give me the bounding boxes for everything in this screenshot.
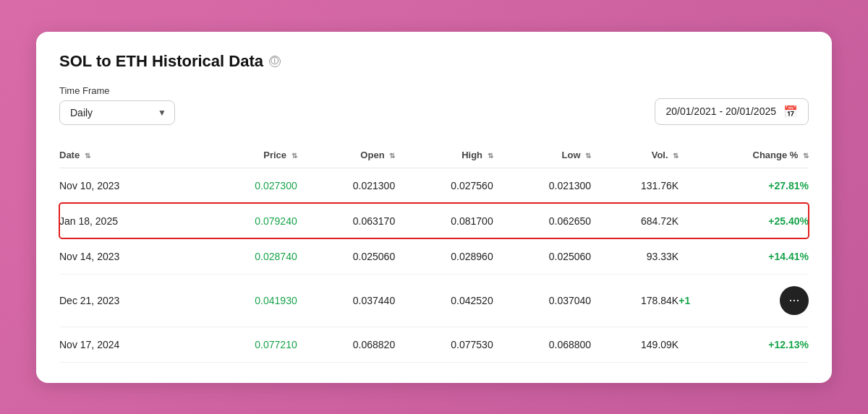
table-row: Nov 14, 20230.0287400.0250600.0289600.02… bbox=[59, 238, 809, 274]
cell-low: 0.062650 bbox=[493, 203, 591, 238]
cell-vol: 684.72K bbox=[591, 203, 678, 238]
cell-high: 0.028960 bbox=[395, 238, 493, 274]
historical-data-table: Date ⇅ Price ⇅ Open ⇅ High ⇅ Low ⇅ bbox=[59, 142, 809, 363]
select-wrapper: Daily Weekly Monthly ▼ bbox=[59, 100, 175, 125]
table-row: Nov 10, 20230.0273000.0213000.0275600.02… bbox=[59, 168, 809, 203]
cell-vol: 178.84K bbox=[591, 274, 678, 327]
cell-open: 0.037440 bbox=[297, 274, 395, 327]
sort-icon-date: ⇅ bbox=[85, 152, 90, 160]
cell-change: +27.81% bbox=[678, 168, 809, 203]
col-date[interactable]: Date ⇅ bbox=[59, 142, 199, 168]
cell-open: 0.021300 bbox=[297, 168, 395, 203]
card-title: SOL to ETH Historical Data ⓘ bbox=[59, 52, 809, 71]
cell-date: Nov 10, 2023 bbox=[59, 168, 199, 203]
cell-change: +1··· bbox=[678, 274, 809, 327]
cell-date: Nov 14, 2023 bbox=[59, 238, 199, 274]
cell-high: 0.042520 bbox=[395, 274, 493, 327]
cell-price: 0.079240 bbox=[199, 203, 297, 238]
time-frame-label: Time Frame bbox=[59, 85, 175, 96]
table-row: Nov 17, 20240.0772100.0688200.0775300.06… bbox=[59, 327, 809, 362]
cell-high: 0.081700 bbox=[395, 203, 493, 238]
cell-price: 0.077210 bbox=[199, 327, 297, 362]
cell-high: 0.077530 bbox=[395, 327, 493, 362]
sort-icon-low: ⇅ bbox=[585, 152, 591, 160]
col-change[interactable]: Change % ⇅ bbox=[678, 142, 809, 168]
table-row: Jan 18, 20250.0792400.0631700.0817000.06… bbox=[59, 203, 809, 238]
calendar-icon: 📅 bbox=[783, 105, 798, 118]
cell-low: 0.068800 bbox=[493, 327, 591, 362]
sort-icon-change: ⇅ bbox=[803, 152, 809, 160]
table-header-row: Date ⇅ Price ⇅ Open ⇅ High ⇅ Low ⇅ bbox=[59, 142, 809, 168]
more-options-button[interactable]: ··· bbox=[780, 286, 809, 315]
col-price[interactable]: Price ⇅ bbox=[199, 142, 297, 168]
cell-vol: 93.33K bbox=[591, 238, 678, 274]
cell-high: 0.027560 bbox=[395, 168, 493, 203]
title-text: SOL to ETH Historical Data bbox=[59, 52, 263, 71]
cell-date: Jan 18, 2025 bbox=[59, 203, 199, 238]
sort-icon-vol: ⇅ bbox=[673, 152, 678, 160]
cell-open: 0.025060 bbox=[297, 238, 395, 274]
cell-price: 0.027300 bbox=[199, 168, 297, 203]
date-range-button[interactable]: 20/01/2021 - 20/01/2025 📅 bbox=[655, 98, 809, 125]
cell-change: +12.13% bbox=[678, 327, 809, 362]
time-frame-select[interactable]: Daily Weekly Monthly bbox=[59, 100, 175, 125]
cell-price: 0.041930 bbox=[199, 274, 297, 327]
sort-icon-high: ⇅ bbox=[488, 152, 493, 160]
cell-open: 0.063170 bbox=[297, 203, 395, 238]
sort-icon-open: ⇅ bbox=[389, 152, 395, 160]
change-value: +1 bbox=[678, 295, 690, 306]
cell-open: 0.068820 bbox=[297, 327, 395, 362]
cell-change: +14.41% bbox=[678, 238, 809, 274]
controls-row: Time Frame Daily Weekly Monthly ▼ 20/01/… bbox=[59, 85, 809, 125]
cell-price: 0.028740 bbox=[199, 238, 297, 274]
sort-icon-price: ⇅ bbox=[292, 152, 297, 160]
table-row: Dec 21, 20230.0419300.0374400.0425200.03… bbox=[59, 274, 809, 327]
date-range-text: 20/01/2021 - 20/01/2025 bbox=[665, 105, 776, 117]
cell-low: 0.021300 bbox=[493, 168, 591, 203]
info-icon[interactable]: ⓘ bbox=[269, 56, 281, 67]
col-high[interactable]: High ⇅ bbox=[395, 142, 493, 168]
cell-low: 0.037040 bbox=[493, 274, 591, 327]
cell-low: 0.025060 bbox=[493, 238, 591, 274]
cell-vol: 149.09K bbox=[591, 327, 678, 362]
time-frame-group: Time Frame Daily Weekly Monthly ▼ bbox=[59, 85, 175, 125]
cell-change: +25.40% bbox=[678, 203, 809, 238]
cell-date: Dec 21, 2023 bbox=[59, 274, 199, 327]
col-open[interactable]: Open ⇅ bbox=[297, 142, 395, 168]
main-card: SOL to ETH Historical Data ⓘ Time Frame … bbox=[36, 32, 832, 383]
col-vol[interactable]: Vol. ⇅ bbox=[591, 142, 678, 168]
col-low[interactable]: Low ⇅ bbox=[493, 142, 591, 168]
cell-date: Nov 17, 2024 bbox=[59, 327, 199, 362]
cell-vol: 131.76K bbox=[591, 168, 678, 203]
